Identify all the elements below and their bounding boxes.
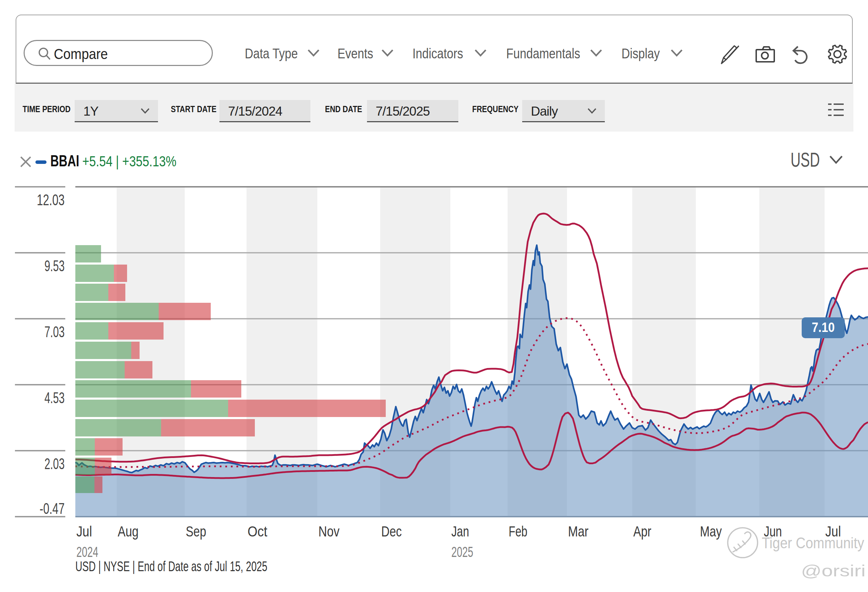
svg-text:9.53: 9.53 bbox=[44, 257, 65, 274]
svg-text:May: May bbox=[700, 523, 722, 540]
svg-text:Nov: Nov bbox=[318, 523, 340, 540]
svg-text:Feb: Feb bbox=[509, 523, 527, 540]
svg-text:7.03: 7.03 bbox=[44, 323, 65, 340]
svg-text:Mar: Mar bbox=[568, 523, 589, 540]
svg-text:Tiger Community: Tiger Community bbox=[762, 534, 864, 551]
svg-text:Apr: Apr bbox=[633, 523, 651, 540]
svg-text:2024: 2024 bbox=[77, 544, 98, 560]
svg-text:-0.47: -0.47 bbox=[40, 500, 65, 517]
svg-text:12.03: 12.03 bbox=[37, 191, 65, 208]
svg-text:7.10: 7.10 bbox=[812, 320, 835, 335]
svg-text:Jul: Jul bbox=[77, 523, 92, 540]
svg-text:4.53: 4.53 bbox=[44, 389, 65, 406]
svg-text:Dec: Dec bbox=[381, 523, 402, 540]
svg-text:Oct: Oct bbox=[248, 523, 267, 540]
svg-text:Sep: Sep bbox=[186, 523, 206, 540]
svg-text:USD | NYSE | End of Date as of: USD | NYSE | End of Date as of Jul 15, 2… bbox=[75, 559, 267, 574]
svg-text:2025: 2025 bbox=[451, 544, 473, 560]
svg-text:Jan: Jan bbox=[451, 523, 469, 540]
svg-text:2.03: 2.03 bbox=[44, 455, 65, 472]
svg-text:Aug: Aug bbox=[118, 523, 139, 540]
svg-text:@orsiri: @orsiri bbox=[801, 562, 865, 580]
